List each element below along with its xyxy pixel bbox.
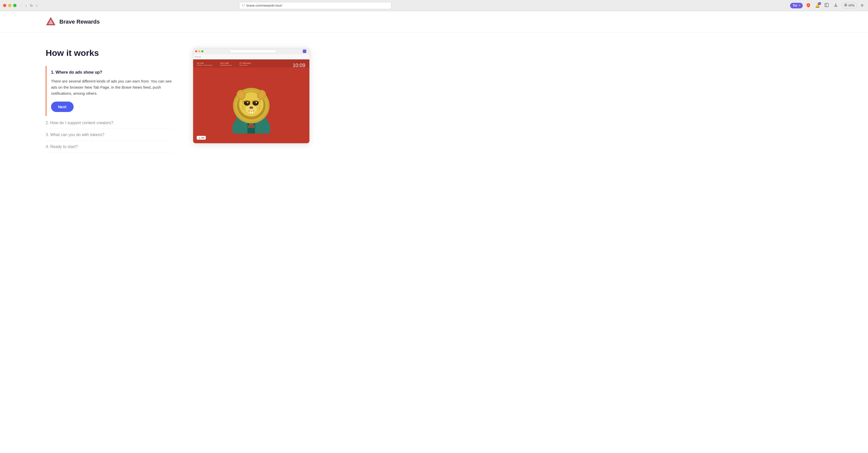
svg-point-27 [249, 107, 253, 109]
accordion-item-1: 1. Where do ads show up? There are sever… [46, 66, 173, 116]
menu-button[interactable]: ≡ [859, 2, 865, 9]
url-text: brave.com/rewards-tour/ [246, 4, 389, 7]
page-title: Brave Rewards [59, 19, 100, 25]
accordion-title-3[interactable]: 3. What can you do with tokens? [46, 132, 173, 137]
stat-bandwidth-value: 34.5 MB [220, 62, 232, 64]
stat-bandwidth: 34.5 MB Bandwidth saved [220, 62, 232, 66]
svg-rect-0 [825, 3, 828, 7]
vpn-label: VPN [848, 4, 855, 7]
notifications-button[interactable]: 🔔 1 [814, 2, 821, 9]
tor-label: Tor [793, 4, 797, 7]
mockup-newtab: 33,135 Trackers & ads blocked 34.5 MB Ba… [193, 59, 309, 143]
svg-point-22 [245, 101, 249, 105]
ad-badge-text: Ad [201, 137, 204, 139]
forward-button[interactable]: › [24, 3, 28, 8]
svg-rect-29 [252, 111, 253, 114]
ad-triangle-icon [198, 137, 200, 139]
accordion-number-4: 4. [46, 145, 50, 149]
browser-mockup: 33,135 Trackers & ads blocked 34.5 MB Ba… [193, 48, 310, 144]
svg-point-19 [259, 92, 264, 98]
maximize-button[interactable] [13, 4, 17, 7]
stat-time: 27 Minutes Time saved [239, 62, 251, 66]
stat-trackers-label: Trackers & ads blocked [197, 64, 212, 66]
external-icon: ↗ [798, 4, 800, 7]
traffic-lights [3, 4, 17, 7]
lion-container [193, 67, 309, 133]
downloads-icon [834, 3, 838, 8]
forward-icon: › [25, 3, 27, 8]
svg-point-23 [253, 101, 258, 105]
brave-shield-icon [806, 3, 811, 8]
accordion-label-4: Ready to start? [50, 145, 78, 149]
address-bar[interactable]: 🛡 brave.com/rewards-tour/ [239, 2, 391, 9]
right-panel: 33,135 Trackers & ads blocked 34.5 MB Ba… [193, 48, 310, 144]
lion-illustration [223, 70, 279, 133]
mockup-close [195, 50, 197, 52]
nav-buttons: ‹ › [20, 3, 28, 8]
downloads-button[interactable] [832, 2, 839, 9]
accordion-list: 1. Where do ads show up? There are sever… [46, 66, 173, 153]
hamburger-icon: ≡ [861, 3, 863, 8]
accordion-body-1: There are several different kinds of ads… [51, 78, 173, 112]
stat-bandwidth-label: Bandwidth saved [220, 64, 232, 66]
how-it-works-heading: How it works [46, 48, 173, 58]
svg-rect-28 [250, 111, 251, 114]
accordion-item-2: 2. How do I support content creators? [46, 117, 173, 129]
svg-point-25 [256, 102, 257, 103]
accordion-item-4: 4. Ready to start? [46, 141, 173, 153]
bookmark-icon: ☆ [35, 4, 38, 8]
sidebar-icon [824, 3, 829, 8]
browser-content: Brave Rewards How it works 1. Where do a… [0, 11, 868, 453]
left-panel: How it works 1. Where do ads show up? Th… [46, 48, 173, 153]
svg-point-24 [247, 102, 248, 103]
vpn-icon [844, 4, 847, 7]
minimize-button[interactable] [8, 4, 11, 7]
refresh-icon: ↻ [30, 4, 33, 8]
page-header: Brave Rewards [0, 11, 868, 33]
tor-button[interactable]: Tor ↗ [790, 3, 803, 8]
accordion-title-4[interactable]: 4. Ready to start? [46, 145, 173, 149]
accordion-number-2: 2. [46, 121, 50, 125]
main-content: How it works 1. Where do ads show up? Th… [0, 33, 868, 168]
brave-rewards-logo [46, 17, 56, 27]
back-button[interactable]: ‹ [20, 3, 23, 8]
stat-trackers-value: 33,135 [197, 62, 212, 64]
bookmark-button[interactable]: ☆ [35, 4, 38, 8]
accordion-item-3: 3. What can you do with tokens? [46, 129, 173, 141]
mockup-stats-bar: 33,135 Trackers & ads blocked 34.5 MB Ba… [193, 59, 309, 67]
sidebar-button[interactable] [823, 2, 830, 9]
stat-time-value: 27 Minutes [239, 62, 251, 64]
refresh-button[interactable]: ↻ [30, 4, 33, 8]
vpn-button[interactable]: VPN [841, 3, 857, 8]
title-bar: ‹ › ↻ ☆ 🛡 brave.com/rewards-tour/ Tor ↗ [0, 0, 868, 11]
accordion-text-1: There are several different kinds of ads… [51, 78, 173, 96]
toolbar-right: Tor ↗ 🔔 1 [790, 2, 865, 9]
accordion-label-3: What can you do with tokens? [50, 132, 104, 137]
next-button[interactable]: Next [51, 101, 73, 112]
mockup-toolbar [193, 54, 309, 59]
accordion-number-3: 3. [46, 132, 50, 137]
notification-badge: 1 [818, 2, 821, 5]
accordion-label-1: Where do ads show up? [56, 70, 102, 74]
svg-point-18 [239, 92, 244, 98]
svg-marker-34 [199, 137, 200, 139]
stat-time-label: Time saved [239, 64, 251, 66]
shield-icon: 🛡 [242, 4, 245, 7]
accordion-title-1[interactable]: 1. Where do ads show up? [51, 70, 173, 74]
mockup-titlebar [193, 48, 309, 54]
accordion-title-2[interactable]: 2. How do I support content creators? [46, 121, 173, 125]
brave-shield-button[interactable] [805, 2, 812, 9]
mockup-maximize [201, 50, 203, 52]
mockup-minimize [198, 50, 200, 52]
close-button[interactable] [3, 4, 6, 7]
accordion-number-1: 1. [51, 70, 56, 74]
ad-badge: Ad [197, 136, 206, 140]
back-icon: ‹ [21, 3, 22, 8]
accordion-label-2: How do I support content creators? [50, 121, 114, 125]
stat-trackers: 33,135 Trackers & ads blocked [197, 62, 212, 66]
